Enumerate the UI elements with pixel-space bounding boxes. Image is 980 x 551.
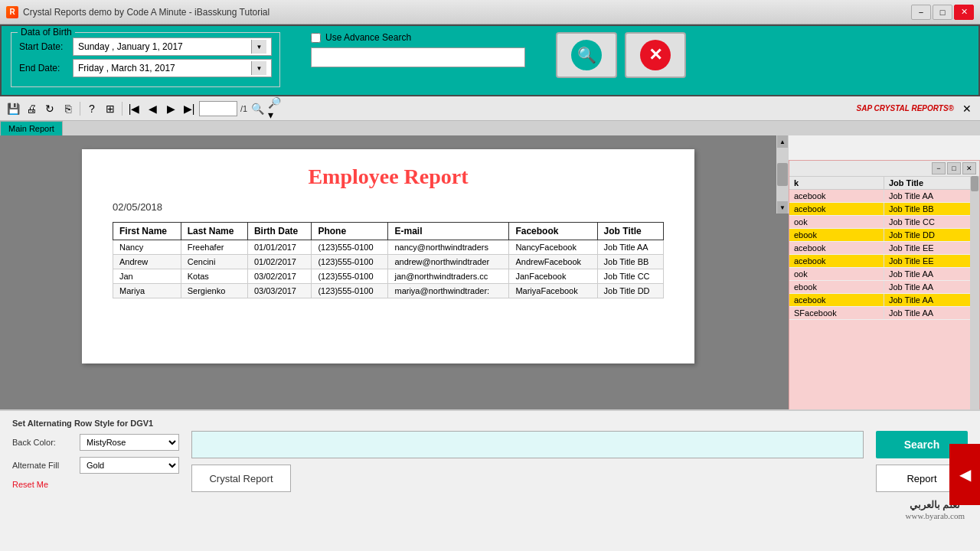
table-cell: Mariya xyxy=(113,284,181,298)
toolbar-next-icon[interactable]: ▶ xyxy=(162,100,179,117)
bottom-search-input[interactable] xyxy=(191,431,864,458)
table-cell: Cencini xyxy=(181,255,247,269)
crystal-report-button[interactable]: Crystal Report xyxy=(191,465,291,492)
cr-toolbar: 💾 🖨 ↻ ⎘ ? ⊞ |◀ ◀ ▶ ▶| 1 /1 🔍 🔎▾ SAP CRYS… xyxy=(0,96,980,121)
toolbar-refresh-icon[interactable]: ↻ xyxy=(41,100,58,117)
close-large-icon: ✕ xyxy=(640,40,671,70)
close-button[interactable]: ✕ xyxy=(954,5,974,20)
end-date-value: Friday , March 31, 2017 xyxy=(78,63,251,73)
reset-link[interactable]: Reset Me xyxy=(12,480,179,489)
table-cell: jan@northwindtraders.cc xyxy=(388,269,509,284)
right-scrollbar-thumb[interactable] xyxy=(971,176,978,191)
grid-row[interactable]: ebookJob Title AA xyxy=(789,281,979,294)
end-date-input[interactable]: Friday , March 31, 2017 ▼ xyxy=(73,59,272,77)
start-date-row: Start Date: Sunday , January 1, 2017 ▼ xyxy=(19,37,272,56)
scrollbar-thumb[interactable] xyxy=(777,163,788,186)
alt-fill-label: Alternate Fill xyxy=(12,461,74,470)
start-date-label: Start Date: xyxy=(19,41,73,52)
table-row: NancyFreehafer01/01/2017(123)555-0100nan… xyxy=(113,240,664,255)
top-panel-content: Data of Birth Start Date: Sunday , Janua… xyxy=(11,32,969,87)
rp-maximize-btn[interactable]: □ xyxy=(947,162,961,174)
grid-cell: acebook xyxy=(789,190,884,202)
watermark-url: www.byarab.com xyxy=(906,511,965,520)
toolbar-first-icon[interactable]: |◀ xyxy=(126,100,142,117)
table-cell: 01/01/2017 xyxy=(247,240,311,255)
grid-cell: SFacebook xyxy=(789,307,884,319)
grid-row[interactable]: acebookJob Title EE xyxy=(789,242,979,255)
grid-row[interactable]: ebookJob Title DD xyxy=(789,229,979,242)
grid-row[interactable]: acebookJob Title AA xyxy=(789,294,979,307)
grid-col-jobtitle: Job Title xyxy=(884,177,979,189)
end-date-dropdown[interactable]: ▼ xyxy=(251,61,266,75)
grid-row[interactable]: SFacebookJob Title AA xyxy=(789,307,979,320)
tab-main-report[interactable]: Main Report xyxy=(0,121,63,135)
toolbar-sep2 xyxy=(122,102,122,116)
grid-header: k Job Title xyxy=(789,177,979,190)
toolbar-print-icon[interactable]: 🖨 xyxy=(23,100,40,117)
style-label: Set Alternating Row Style for DGV1 xyxy=(12,419,179,428)
toolbar-help-icon[interactable]: ? xyxy=(83,100,100,117)
col-firstname: First Name xyxy=(113,223,181,240)
back-color-row: Back Color: MistyRose White LightBlue Li… xyxy=(12,434,179,451)
grid-cell: ook xyxy=(789,268,884,280)
report-scrollbar-v[interactable]: ▲ ▼ xyxy=(776,135,789,214)
toolbar-copy-icon[interactable]: ⎘ xyxy=(60,100,77,117)
toolbar-close-icon[interactable]: ✕ xyxy=(959,100,975,117)
grid-cell: ebook xyxy=(789,229,884,241)
col-jobtitle: Job Title xyxy=(597,223,663,240)
grid-row[interactable]: acebookJob Title EE xyxy=(789,255,979,268)
search-large-button[interactable]: 🔍 xyxy=(556,32,617,78)
right-panel-scrollbar-v[interactable] xyxy=(970,176,979,435)
action-buttons: 🔍 ✕ xyxy=(556,32,686,78)
toolbar-find-icon[interactable]: 🔍 xyxy=(249,100,266,117)
start-date-input[interactable]: Sunday , January 1, 2017 ▼ xyxy=(73,37,272,56)
close-large-button[interactable]: ✕ xyxy=(625,32,686,78)
table-cell: Sergienko xyxy=(181,284,247,298)
minimize-button[interactable]: − xyxy=(911,5,931,20)
window-title: Crystal Reports demo by Code A Minute - … xyxy=(23,7,270,18)
grid-row[interactable]: ookJob Title CC xyxy=(789,216,979,229)
report-date: 02/05/2018 xyxy=(113,201,664,213)
grid-row[interactable]: acebookJob Title AA xyxy=(789,190,979,203)
grid-cell-jobtitle: Job Title CC xyxy=(884,216,979,228)
table-cell: Job Title BB xyxy=(597,255,663,269)
table-cell: Kotas xyxy=(181,269,247,284)
start-date-dropdown[interactable]: ▼ xyxy=(251,40,266,54)
table-cell: Jan xyxy=(113,269,181,284)
bottom-left: Set Alternating Row Style for DGV1 Back … xyxy=(12,419,179,543)
toolbar-export-icon[interactable]: 💾 xyxy=(5,100,21,117)
grid-cell-jobtitle: Job Title DD xyxy=(884,229,979,241)
grid-cell-jobtitle: Job Title AA xyxy=(884,307,979,319)
advance-search-label: Use Advance Search xyxy=(325,32,411,43)
toolbar-group-icon[interactable]: ⊞ xyxy=(102,100,119,117)
title-bar-controls: − □ ✕ xyxy=(911,5,974,20)
arrow-button[interactable] xyxy=(949,444,980,505)
rp-close-btn[interactable]: ✕ xyxy=(962,162,976,174)
maximize-button[interactable]: □ xyxy=(933,5,952,20)
alt-fill-select[interactable]: Gold Yellow Orange Silver Beige xyxy=(80,457,179,474)
cr-brand-text: SAP CRYSTAL REPORTS® xyxy=(857,104,954,112)
top-right-area: Use Advance Search xyxy=(311,32,525,67)
table-cell: andrew@northwindtrader xyxy=(388,255,509,269)
report-paper: Employee Report 02/05/2018 First Name La… xyxy=(82,149,694,364)
grid-row[interactable]: ookJob Title AA xyxy=(789,268,979,281)
table-cell: (123)555-0100 xyxy=(312,255,388,269)
grid-row[interactable]: acebookJob Title BB xyxy=(789,203,979,216)
page-number-input[interactable]: 1 xyxy=(199,101,237,116)
table-row: JanKotas03/02/2017(123)555-0100jan@north… xyxy=(113,269,664,284)
right-panel-header: − □ ✕ xyxy=(789,161,979,177)
table-cell: Nancy xyxy=(113,240,181,255)
grid-cell-jobtitle: Job Title AA xyxy=(884,294,979,306)
top-panel: Data of Birth Start Date: Sunday , Janua… xyxy=(0,24,980,96)
toolbar-zoom-icon[interactable]: 🔎▾ xyxy=(267,100,284,117)
advance-search-checkbox[interactable] xyxy=(311,33,321,43)
grid-cell-jobtitle: Job Title AA xyxy=(884,268,979,280)
table-cell: (123)555-0100 xyxy=(312,269,388,284)
grid-cell: acebook xyxy=(789,255,884,267)
back-color-select[interactable]: MistyRose White LightBlue LightGreen Lig… xyxy=(80,434,179,451)
search-text-input[interactable] xyxy=(311,47,525,67)
toolbar-last-icon[interactable]: ▶| xyxy=(181,100,198,117)
toolbar-prev-icon[interactable]: ◀ xyxy=(144,100,161,117)
table-cell: Job Title AA xyxy=(597,240,663,255)
rp-minimize-btn[interactable]: − xyxy=(932,162,946,174)
